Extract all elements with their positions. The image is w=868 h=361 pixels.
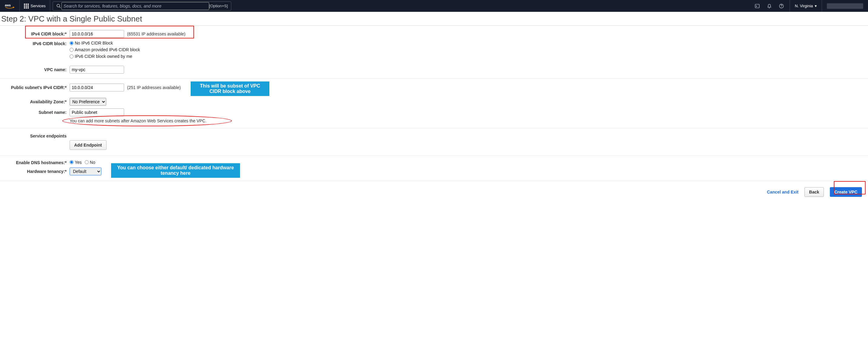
cancel-and-exit-button[interactable]: Cancel and Exit [767,189,798,194]
dns-yes-radio[interactable] [70,160,73,164]
vpc-name-label: VPC name: [0,67,70,72]
dns-no-option[interactable]: No [85,160,95,165]
ipv6-radio-amazon[interactable] [70,48,73,52]
caret-down-icon: ▾ [815,4,817,8]
ipv6-option-amazon[interactable]: Amazon provided IPv6 CIDR block [70,47,140,52]
ipv4-cidr-input[interactable] [70,30,124,38]
annotation-note-tenancy: You can choose either default/ dedicated… [111,163,240,178]
dns-yes-option[interactable]: Yes [70,160,82,165]
az-select[interactable]: No Preference [70,98,106,106]
svg-text:aws: aws [5,3,11,7]
ipv4-cidr-hint: (65531 IP addresses available) [127,31,186,36]
services-menu-button[interactable]: Services [20,0,50,12]
vpc-name-input[interactable] [70,66,124,73]
region-label: N. Virginia [795,4,813,8]
account-placeholder [827,3,863,9]
subnet-name-input[interactable] [70,109,124,116]
public-subnet-cidr-label: Public subnet's IPv4 CIDR:* [0,85,70,90]
dns-yes-label: Yes [75,160,82,165]
subnet-more-hint: You can add more subnets after Amazon We… [70,118,207,123]
dns-no-radio[interactable] [85,160,89,164]
region-selector[interactable]: N. Virginia ▾ [789,0,822,12]
ipv4-cidr-label: IPv4 CIDR block:* [0,31,70,36]
ipv6-radio-own[interactable] [70,55,73,58]
search-shortcut-hint: [Option+S] [209,4,228,8]
help-icon[interactable] [779,3,784,9]
create-vpc-button[interactable]: Create VPC [830,187,862,197]
dns-no-label: No [90,160,95,165]
cloudshell-icon[interactable] [754,3,760,9]
service-endpoints-label: Service endpoints [0,133,70,139]
search-bar[interactable]: [Option+S] [53,1,231,10]
svg-rect-3 [755,4,760,8]
account-menu[interactable] [822,0,868,12]
grid-icon [24,4,29,8]
aws-logo-icon: aws [5,3,14,9]
services-label: Services [31,4,46,8]
ipv6-option-own[interactable]: IPv6 CIDR block owned by me [70,54,132,59]
ipv6-option-none[interactable]: No IPv6 CIDR Block [70,40,113,46]
search-input[interactable] [61,2,209,10]
svg-line-2 [59,7,61,8]
public-subnet-cidr-input[interactable] [70,84,124,91]
back-button[interactable]: Back [804,187,824,197]
aws-logo[interactable]: aws [0,0,20,12]
svg-point-1 [57,4,60,7]
hardware-tenancy-select[interactable]: Default [70,168,101,175]
annotation-note-subnet: This will be subset of VPC CIDR block ab… [191,82,269,96]
az-label: Availability Zone:* [0,99,70,104]
page-title: Step 2: VPC with a Single Public Subnet [0,12,868,25]
dns-hostnames-label: Enable DNS hostnames:* [0,160,70,165]
footer-bar: Cancel and Exit Back Create VPC [0,183,868,201]
subnet-name-label: Subnet name: [0,110,70,115]
hardware-tenancy-label: Hardware tenancy:* [0,169,70,174]
search-icon [56,3,61,9]
ipv6-cidr-label: IPv6 CIDR block: [0,40,70,46]
svg-point-5 [781,7,782,7]
top-nav: aws Services [Option+S] N. Virginia ▾ [0,0,868,12]
ipv6-label-own: IPv6 CIDR block owned by me [75,54,132,59]
ipv6-label-none: No IPv6 CIDR Block [75,40,113,46]
public-subnet-cidr-hint: (251 IP addresses available) [127,85,181,90]
nav-icons [754,3,789,9]
notifications-icon[interactable] [767,3,772,9]
ipv6-radio-none[interactable] [70,41,73,45]
ipv6-label-amazon: Amazon provided IPv6 CIDR block [75,47,140,52]
add-endpoint-button[interactable]: Add Endpoint [70,140,106,150]
